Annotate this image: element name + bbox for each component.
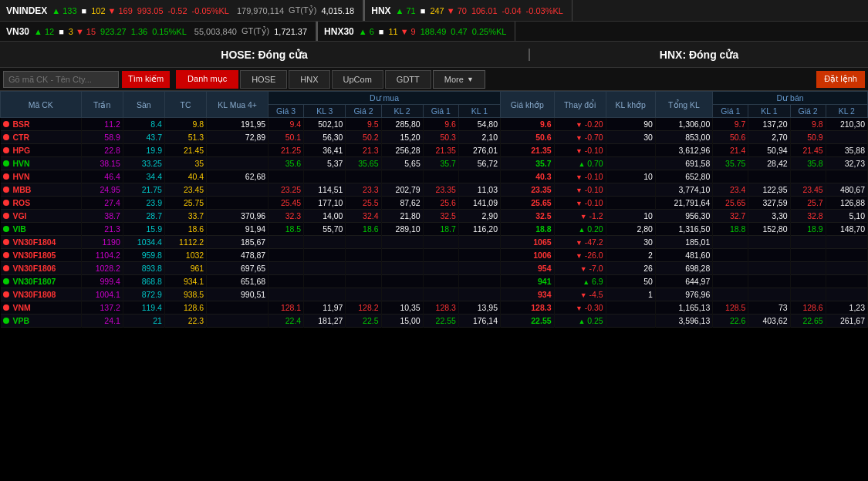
sym-cell[interactable]: VNM: [1, 301, 82, 314]
sym-cell[interactable]: VPB: [1, 314, 82, 328]
tab-hose[interactable]: HOSE: [240, 70, 287, 89]
sym-label: BSR: [12, 119, 29, 129]
tab-upcom[interactable]: UpCom: [332, 70, 383, 89]
tab-danh-muc[interactable]: Danh mục: [176, 70, 238, 89]
tong-kl-cell: 185,01: [655, 236, 712, 249]
th-r-kl1: KL 1: [748, 105, 790, 118]
san-cell: 893.8: [123, 262, 164, 275]
kl4-cell: [207, 144, 269, 157]
sym-cell[interactable]: HPG: [1, 144, 82, 157]
sym-cell[interactable]: HVN: [1, 157, 82, 170]
ticker-indicator: [3, 226, 9, 232]
g3-cell: 32.3: [269, 210, 304, 223]
kl3-cell: 55,70: [304, 223, 346, 236]
sym-cell[interactable]: CTR: [1, 131, 82, 144]
kl-khop-cell: 90: [606, 118, 655, 131]
g3-cell: 22.4: [269, 314, 304, 328]
kl2-cell: 289,10: [381, 223, 423, 236]
tong-kl-cell: 3,774,10: [655, 183, 712, 197]
r-g1-cell: [713, 262, 748, 275]
kl1-cell: 2,90: [458, 210, 500, 223]
sym-cell[interactable]: VN30F1804: [1, 236, 82, 249]
sym-cell[interactable]: VN30F1807: [1, 275, 82, 288]
tong-kl-cell: 3,612,96: [655, 144, 712, 157]
gia-khop-cell: 1006: [501, 249, 555, 262]
search-button[interactable]: Tìm kiếm: [122, 71, 170, 88]
sym-cell[interactable]: BSR: [1, 118, 82, 131]
thay-doi-cell: -0.10: [554, 170, 606, 183]
g2-cell: [346, 275, 381, 288]
r-g2-cell: [790, 288, 826, 301]
thay-doi-cell: -0.20: [554, 118, 606, 131]
table-row: MBB 24.95 21.75 23.45 23.25 114,51 23.3 …: [1, 183, 868, 197]
g2-cell: [346, 170, 381, 183]
tong-kl-cell: 698,28: [655, 262, 712, 275]
kl2-cell: [381, 262, 423, 275]
sym-cell[interactable]: HVN: [1, 170, 82, 183]
san-cell: 21.75: [123, 183, 164, 197]
r-kl2-cell: [826, 262, 867, 275]
kl1-cell: 54,80: [458, 118, 500, 131]
kl4-cell: 697,65: [207, 262, 269, 275]
thay-doi-cell: 0.70: [554, 157, 606, 170]
r-g1-cell: [713, 170, 748, 183]
tran-cell: 38.7: [81, 210, 123, 223]
r-kl2-cell: [826, 170, 867, 183]
kl4-cell: 185,67: [207, 236, 269, 249]
thay-doi-cell: -0.10: [554, 183, 606, 197]
hose-table-wrap: Mã CK Trần Sàn TC KL Mua 4+ Dư mua Giá k…: [0, 91, 868, 459]
sym-label: VN30F1807: [12, 277, 56, 286]
r-g1-cell: 32.7: [713, 210, 748, 223]
kl4-cell: [207, 157, 269, 170]
g3-cell: 128.1: [269, 301, 304, 314]
kl1-cell: 141,09: [458, 197, 500, 210]
kl1-cell: 116,20: [458, 223, 500, 236]
tab-gdtt[interactable]: GDTT: [385, 70, 431, 89]
sym-label: VN30F1806: [12, 264, 56, 273]
sym-cell[interactable]: VGI: [1, 210, 82, 223]
kl3-cell: 5,37: [304, 157, 346, 170]
kl2-cell: 87,62: [381, 197, 423, 210]
g1-cell: [423, 262, 458, 275]
r-kl2-cell: [826, 236, 867, 249]
kl4-cell: [207, 197, 269, 210]
ticker-indicator: [3, 134, 9, 140]
sym-cell[interactable]: MBB: [1, 183, 82, 197]
th-ma-ck: Mã CK: [1, 92, 82, 118]
thay-doi-cell: 6.9: [554, 275, 606, 288]
hnx-sq-count: 247: [430, 6, 444, 15]
ticker-bar-2: VN30 ▲ 12 ■ 3 ▼ 15 923.27 1.36 0.15%KL 5…: [0, 22, 868, 42]
sym-label: HVN: [12, 172, 29, 181]
sym-cell[interactable]: VN30F1805: [1, 249, 82, 262]
r-g2-cell: [790, 249, 826, 262]
g3-cell: 9.4: [269, 118, 304, 131]
sym-cell[interactable]: ROS: [1, 197, 82, 210]
sym-cell[interactable]: VN30F1806: [1, 262, 82, 275]
r-kl2-cell: 261,67: [826, 314, 867, 328]
kl3-cell: 114,51: [304, 183, 346, 197]
tab-hnx[interactable]: HNX: [289, 70, 329, 89]
g1-cell: 25.6: [423, 197, 458, 210]
kl2-cell: 15,20: [381, 131, 423, 144]
kl4-cell: 72,89: [207, 131, 269, 144]
nav-bar: Tìm kiếm Danh mục HOSE HNX UpCom GDTT Mo…: [0, 68, 868, 91]
g2-cell: [346, 262, 381, 275]
tran-cell: 1104.2: [81, 249, 123, 262]
san-cell: 868.8: [123, 275, 164, 288]
tran-cell: 27.4: [81, 197, 123, 210]
kl4-cell: 62,68: [207, 170, 269, 183]
tong-kl-cell: 1,165,13: [655, 301, 712, 314]
sym-cell[interactable]: VIB: [1, 223, 82, 236]
gia-khop-cell: 25.65: [501, 197, 555, 210]
kl2-cell: 5,65: [381, 157, 423, 170]
kl-khop-cell: 26: [606, 262, 655, 275]
kl1-cell: 2,10: [458, 131, 500, 144]
r-g1-cell: [713, 275, 748, 288]
search-input[interactable]: [3, 71, 119, 88]
sym-cell[interactable]: VN30F1808: [1, 288, 82, 301]
dat-lenh-button[interactable]: Đặt lệnh: [816, 71, 865, 88]
tong-kl-cell: 956,30: [655, 210, 712, 223]
r-kl1-cell: [748, 275, 790, 288]
tab-more[interactable]: More ▼: [433, 70, 485, 89]
vn30-down-count: 15: [86, 27, 96, 36]
